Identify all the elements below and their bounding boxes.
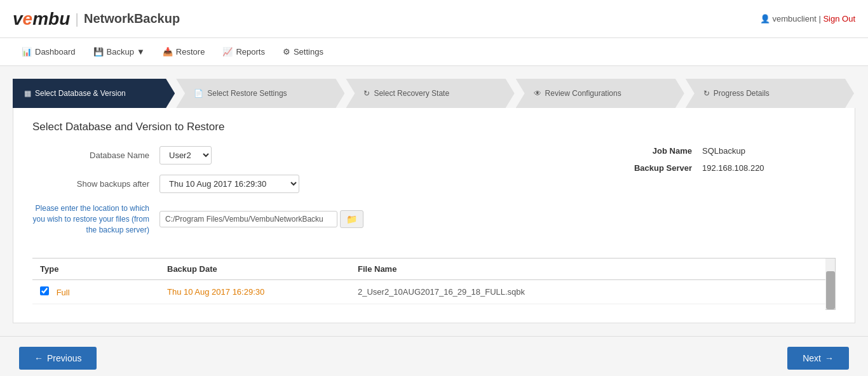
table-area: Type Backup Date File Name	[32, 258, 825, 310]
user-area: 👤 vembuclient | Sign Out	[760, 14, 855, 24]
db-name-select[interactable]: User2 User1 master	[159, 146, 212, 164]
backup-server-row: Backup Server 192.168.108.220	[620, 163, 836, 173]
logo: vembu | NetworkBackup	[13, 9, 180, 29]
col-header-type: Type	[32, 258, 159, 280]
wizard: ▦ Select Database & Version 📄 Select Res…	[13, 79, 855, 108]
row-filename: 2_User2_10AUG2017_16_29_18_FULL.sqbk	[358, 287, 525, 297]
logo-vembu: vembu	[13, 9, 70, 29]
restore-icon: 📥	[163, 47, 173, 57]
table-row: Full Thu 10 Aug 2017 16:29:30 2_User2_10…	[32, 280, 825, 304]
nav-label-dashboard: Dashboard	[35, 47, 76, 57]
location-input[interactable]	[159, 211, 337, 227]
row-checkbox[interactable]	[40, 286, 49, 295]
step1-icon: ▦	[24, 89, 31, 98]
info-panel: Job Name SQLbackup Backup Server 192.168…	[620, 146, 836, 245]
backup-server-label: Backup Server	[620, 163, 702, 173]
step3-icon: ↻	[363, 89, 370, 98]
row-type-cell: Full	[32, 280, 159, 304]
wizard-step-5: ↻ Progress Details	[686, 79, 854, 108]
row-file-cell: 2_User2_10AUG2017_16_29_18_FULL.sqbk	[350, 280, 825, 304]
row-date-cell: Thu 10 Aug 2017 16:29:30	[159, 280, 350, 304]
nav-item-backup[interactable]: 💾 Backup ▼	[85, 38, 154, 66]
header: vembu | NetworkBackup 👤 vembuclient | Si…	[0, 0, 868, 38]
col-header-date: Backup Date	[159, 258, 350, 280]
location-input-group: 📁	[159, 210, 363, 228]
next-button[interactable]: Next	[787, 347, 849, 370]
step1-label: Select Database & Version	[35, 89, 126, 98]
show-backups-row: Show backups after Thu 10 Aug 2017 16:29…	[32, 175, 594, 193]
backup-dropdown-icon: ▼	[137, 47, 145, 57]
page-title: Select Database and Version to Restore	[32, 121, 836, 133]
show-backups-label: Show backups after	[32, 179, 159, 189]
browse-button[interactable]: 📁	[340, 210, 363, 228]
step5-icon: ↻	[703, 89, 710, 98]
job-name-value: SQLbackup	[702, 146, 745, 156]
next-arrow-icon	[825, 353, 834, 363]
step2-label: Select Restore Settings	[207, 89, 287, 98]
location-label: Please enter the location to which you w…	[32, 203, 159, 235]
backup-table: Type Backup Date File Name	[32, 258, 825, 304]
db-name-row: Database Name User2 User1 master	[32, 146, 594, 164]
db-name-label: Database Name	[32, 151, 159, 160]
nav: 📊 Dashboard 💾 Backup ▼ 📥 Restore 📈 Repor…	[0, 38, 868, 66]
footer: Previous Next	[0, 336, 868, 376]
location-row: Please enter the location to which you w…	[32, 203, 594, 235]
wizard-step-3: ↻ Select Recovery State	[346, 79, 514, 108]
nav-item-settings[interactable]: ⚙ Settings	[274, 38, 332, 66]
scrollbar-thumb	[826, 271, 835, 309]
nav-label-reports: Reports	[236, 47, 265, 57]
nav-label-restore: Restore	[176, 47, 205, 57]
wizard-step-4: 👁 Review Configurations	[516, 79, 684, 108]
prev-label: Previous	[47, 353, 81, 363]
logo-product: NetworkBackup	[84, 11, 180, 26]
prev-arrow-icon	[34, 353, 43, 363]
nav-item-restore[interactable]: 📥 Restore	[154, 38, 214, 66]
step2-icon: 📄	[194, 89, 203, 98]
signout-link[interactable]: Sign Out	[823, 14, 855, 24]
dashboard-icon: 📊	[22, 47, 32, 57]
previous-button[interactable]: Previous	[19, 347, 97, 370]
wizard-step-1: ▦ Select Database & Version	[13, 79, 175, 108]
form-area: Database Name User2 User1 master Show ba…	[32, 146, 836, 245]
settings-icon: ⚙	[283, 47, 290, 57]
reports-icon: 📈	[222, 47, 233, 57]
nav-item-dashboard[interactable]: 📊 Dashboard	[13, 38, 85, 66]
nav-label-settings: Settings	[294, 47, 323, 57]
logo-pipe: |	[75, 11, 79, 27]
backup-icon: 💾	[93, 47, 104, 57]
user-icon: 👤	[760, 14, 773, 24]
row-date: Thu 10 Aug 2017 16:29:30	[167, 287, 264, 297]
scrollbar[interactable]	[825, 258, 836, 310]
step5-label: Progress Details	[714, 89, 770, 98]
username: vembuclient	[772, 14, 816, 24]
col-header-file: File Name	[350, 258, 825, 280]
job-name-label: Job Name	[620, 146, 702, 156]
wizard-step-2: 📄 Select Restore Settings	[176, 79, 344, 108]
nav-item-reports[interactable]: 📈 Reports	[214, 38, 274, 66]
table-wrapper: Type Backup Date File Name	[32, 258, 836, 310]
backup-server-value: 192.168.108.220	[702, 163, 764, 173]
step3-label: Select Recovery State	[374, 89, 449, 98]
next-label: Next	[803, 353, 821, 363]
show-backups-select[interactable]: Thu 10 Aug 2017 16:29:30	[159, 175, 299, 193]
job-name-row: Job Name SQLbackup	[620, 146, 836, 156]
nav-label-backup: Backup	[107, 47, 134, 57]
step4-label: Review Configurations	[545, 89, 621, 98]
content-area: Select Database and Version to Restore D…	[13, 108, 855, 323]
form-left: Database Name User2 User1 master Show ba…	[32, 146, 594, 245]
step4-icon: 👁	[534, 89, 541, 98]
row-type[interactable]: Full	[57, 288, 70, 297]
